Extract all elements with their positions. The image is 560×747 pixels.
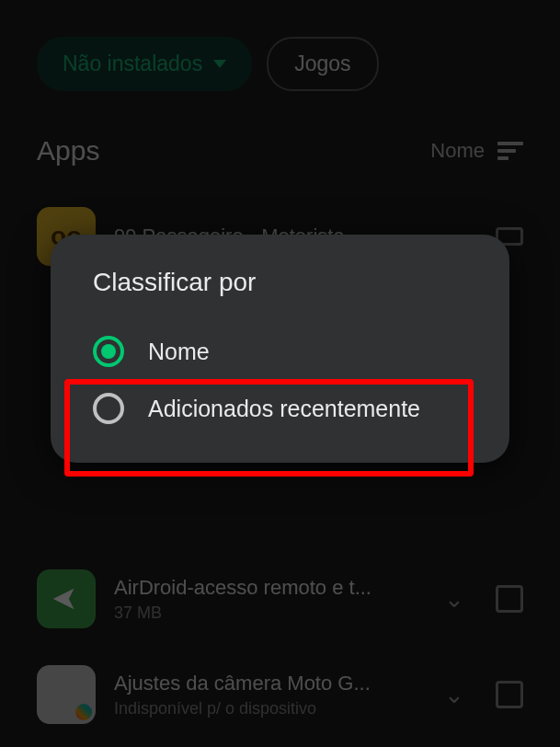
radio-option-recently-added[interactable]: Adicionados recentemente	[84, 380, 476, 437]
filter-chip-label: Não instalados	[63, 52, 202, 76]
radio-label: Nome	[148, 337, 210, 367]
filter-chip-games[interactable]: Jogos	[267, 37, 378, 91]
app-icon	[37, 569, 96, 628]
filter-chip-label: Jogos	[294, 52, 350, 76]
checkbox[interactable]	[496, 681, 523, 708]
sort-dialog: Classificar por Nome Adicionados recente…	[51, 235, 509, 463]
sort-label: Nome	[430, 139, 485, 163]
radio-selected-icon	[93, 336, 124, 367]
filter-chip-not-installed[interactable]: Não instalados	[37, 37, 252, 91]
sort-icon	[497, 142, 523, 160]
app-title: AirDroid-acesso remoto e t...	[114, 576, 426, 600]
checkbox[interactable]	[496, 585, 523, 613]
radio-label: Adicionados recentemente	[148, 394, 420, 424]
chevron-down-icon[interactable]: ⌄	[444, 681, 464, 709]
section-title: Apps	[37, 135, 99, 167]
sort-control[interactable]: Nome	[430, 139, 523, 163]
app-subtitle: Indisponível p/ o dispositivo	[114, 699, 426, 718]
app-info: Ajustes da câmera Moto G... Indisponível…	[114, 672, 426, 718]
filter-row: Não instalados Jogos	[0, 0, 560, 113]
app-icon	[37, 665, 96, 724]
section-header: Apps Nome	[0, 113, 560, 189]
radio-option-name[interactable]: Nome	[84, 323, 476, 380]
app-info: AirDroid-acesso remoto e t... 37 MB	[114, 576, 426, 623]
radio-unselected-icon	[93, 393, 124, 424]
list-item[interactable]: AirDroid-acesso remoto e t... 37 MB ⌄	[28, 551, 532, 647]
list-item[interactable]: Ajustes da câmera Moto G... Indisponível…	[28, 647, 532, 742]
app-subtitle: 37 MB	[114, 603, 426, 623]
dialog-title: Classificar por	[84, 268, 476, 297]
chevron-down-icon[interactable]: ⌄	[444, 585, 464, 614]
list-item[interactable]: AliExpress - Compras inteli...	[28, 742, 532, 747]
dropdown-icon	[213, 60, 226, 68]
app-title: Ajustes da câmera Moto G...	[114, 672, 426, 695]
